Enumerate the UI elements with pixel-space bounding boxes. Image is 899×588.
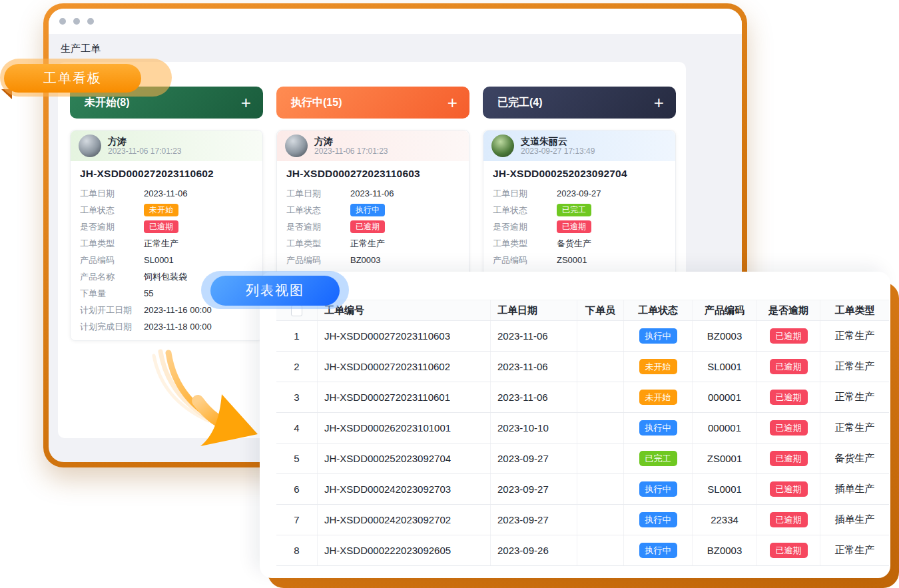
- card-header: 方涛2023-11-06 17:01:23: [71, 131, 262, 161]
- status-badge: 未开始: [639, 359, 677, 375]
- status-badge: 已完工: [639, 451, 677, 467]
- card-field-value: 正常生产: [144, 238, 178, 250]
- column-title: 未开始(8): [85, 96, 130, 110]
- cell-orderer: [577, 321, 624, 351]
- table-row[interactable]: 7JH-XSDD0002420230927022023-09-27执行中2233…: [276, 505, 889, 535]
- card-field: 产品编码SL0001: [80, 252, 253, 268]
- table-row[interactable]: 5JH-XSDD0002520230927042023-09-27已完工ZS00…: [276, 443, 889, 474]
- cell-order-type: 正常生产: [820, 535, 889, 565]
- cell-status: 未开始: [624, 382, 693, 412]
- cell-product-code: BZ0003: [693, 321, 757, 351]
- cell-overdue: 已逾期: [757, 352, 820, 382]
- table-row[interactable]: 1JH-XSDD0002720231106032023-11-06执行中BZ00…: [276, 321, 889, 352]
- kanban-view-badge: 工单看板: [4, 64, 141, 93]
- user-name: 方涛: [108, 136, 182, 147]
- cell-order-type: 正常生产: [820, 352, 889, 382]
- card-field-label: 产品名称: [80, 271, 144, 283]
- card-field-label: 工单日期: [286, 188, 350, 200]
- avatar: [285, 135, 308, 157]
- card-field: 工单日期2023-11-06: [80, 185, 253, 202]
- card-field-label: 工单日期: [493, 188, 557, 200]
- kanban-card[interactable]: 方涛2023-11-06 17:01:23JH-XSDD000272023110…: [70, 130, 263, 341]
- order-number: JH-XSDD000272023110603: [286, 168, 459, 180]
- card-timestamp: 2023-09-27 17:13:49: [521, 147, 595, 156]
- add-card-button[interactable]: +: [241, 94, 251, 111]
- col-header-order-type: 工单类型: [820, 300, 889, 320]
- status-badge: 已逾期: [770, 512, 808, 528]
- cell-orderer: [577, 413, 624, 443]
- status-badge: 已逾期: [770, 420, 808, 436]
- card-field: 工单状态未开始: [80, 202, 253, 218]
- column-header-in-progress: 执行中(15) +: [276, 87, 469, 119]
- status-badge: 执行中: [639, 512, 677, 528]
- card-body: JH-XSDD000272023110602工单日期2023-11-06工单状态…: [71, 161, 262, 340]
- cell-product-code: BZ0003: [693, 535, 757, 565]
- status-badge: 已逾期: [770, 328, 808, 344]
- card-field-value: BZ0003: [350, 255, 381, 265]
- row-index: 8: [276, 535, 318, 565]
- table-row[interactable]: 8JH-XSDD0002220230926052023-09-26执行中BZ00…: [276, 535, 889, 566]
- cell-orderer: [577, 535, 624, 565]
- status-badge: 未开始: [144, 204, 178, 216]
- cell-overdue: 已逾期: [757, 321, 820, 351]
- row-index: 2: [276, 352, 318, 382]
- col-header-status: 工单状态: [624, 300, 693, 320]
- window-dot-icon: [59, 18, 66, 25]
- cell-order-no: JH-XSDD000242023092702: [318, 505, 491, 535]
- window-dot-icon: [73, 18, 80, 25]
- cell-orderer: [577, 443, 624, 473]
- card-header: 方涛2023-11-06 17:01:23: [277, 131, 469, 161]
- cell-order-no: JH-XSDD000272023110601: [318, 382, 491, 412]
- card-field-label: 产品编码: [286, 254, 350, 266]
- cell-order-date: 2023-11-06: [491, 352, 577, 382]
- cell-status: 未开始: [624, 352, 693, 382]
- cell-status: 执行中: [624, 535, 693, 565]
- card-field-label: 产品编码: [80, 254, 144, 266]
- table-row[interactable]: 4JH-XSDD0002620231010012023-10-10执行中0000…: [276, 413, 889, 443]
- cell-order-date: 2023-09-26: [491, 535, 577, 565]
- cell-product-code: SL0001: [693, 352, 757, 382]
- table-row[interactable]: 3JH-XSDD0002720231106012023-11-06未开始0000…: [276, 382, 889, 413]
- page: 生产工单 未开始(8) + 方涛2023-11-06 17:01:23JH-XS…: [0, 0, 899, 588]
- card-field-value: 2023-11-16 00:00: [144, 305, 212, 315]
- add-card-button[interactable]: +: [448, 94, 457, 111]
- card-field-label: 工单类型: [80, 238, 144, 250]
- add-card-button[interactable]: +: [654, 94, 664, 111]
- cell-status: 执行中: [624, 321, 693, 351]
- card-field-value: 饲料包装袋: [144, 271, 187, 283]
- card-field: 工单类型正常生产: [286, 235, 459, 252]
- card-user: 方涛2023-11-06 17:01:23: [314, 136, 388, 156]
- card-field-label: 工单状态: [80, 204, 144, 216]
- card-field-value: SL0001: [144, 255, 174, 265]
- card-field-value: 2023-11-18 00:00: [144, 322, 212, 332]
- status-badge: 已逾期: [770, 359, 808, 375]
- cell-order-type: 正常生产: [820, 413, 889, 443]
- table-body: 1JH-XSDD0002720231106032023-11-06执行中BZ00…: [276, 321, 889, 566]
- column-title: 已完工(4): [497, 96, 543, 110]
- cell-order-date: 2023-09-27: [491, 443, 577, 473]
- card-field-label: 工单日期: [80, 188, 144, 200]
- table-row[interactable]: 2JH-XSDD0002720231106022023-11-06未开始SL00…: [276, 352, 889, 382]
- cell-order-no: JH-XSDD000242023092703: [318, 474, 491, 504]
- card-field: 是否逾期已逾期: [286, 218, 459, 235]
- card-field: 工单日期2023-09-27: [493, 185, 666, 202]
- status-badge: 已逾期: [350, 220, 385, 233]
- card-field-label: 是否逾期: [80, 221, 144, 233]
- column-header-completed: 已完工(4) +: [483, 87, 676, 119]
- status-badge: 已逾期: [144, 220, 178, 233]
- list-view-badge: 列表视图: [210, 276, 340, 306]
- table-row[interactable]: 6JH-XSDD0002420230927032023-09-27执行中SL00…: [276, 474, 889, 505]
- status-badge: 已逾期: [770, 390, 808, 406]
- card-field-label: 工单类型: [493, 238, 557, 250]
- cell-product-code: 000001: [693, 413, 757, 443]
- cell-overdue: 已逾期: [757, 443, 820, 473]
- kanban-card[interactable]: 支道朱丽云2023-09-27 17:13:49JH-XSDD000252023…: [483, 130, 676, 291]
- card-field-label: 工单状态: [493, 204, 557, 216]
- status-badge: 已逾期: [770, 451, 808, 467]
- card-field: 计划完成日期2023-11-18 00:00: [80, 318, 253, 335]
- col-header-order-no: 工单编号: [318, 300, 491, 320]
- cell-order-type: 插单生产: [820, 474, 889, 504]
- card-user: 支道朱丽云2023-09-27 17:13:49: [521, 136, 595, 156]
- status-badge: 执行中: [350, 204, 385, 216]
- kanban-card[interactable]: 方涛2023-11-06 17:01:23JH-XSDD000272023110…: [276, 130, 469, 291]
